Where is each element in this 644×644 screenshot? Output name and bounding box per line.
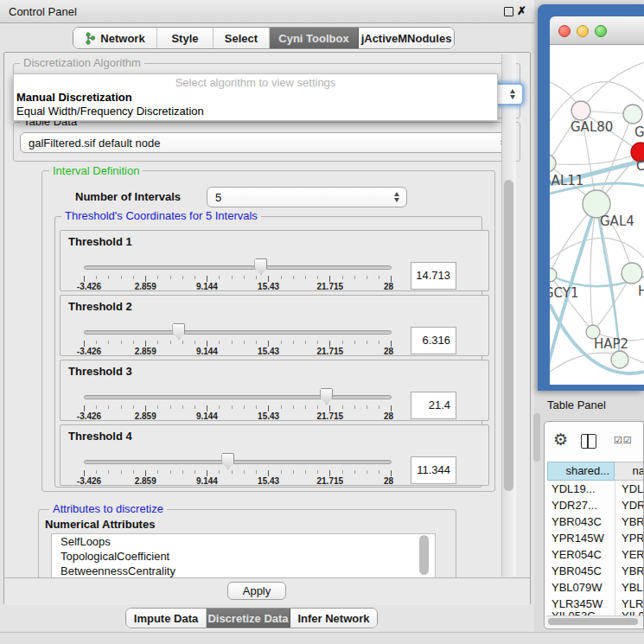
threshold-3-value-field[interactable]: 21.4 — [411, 392, 456, 419]
close-icon[interactable]: ✗ — [517, 4, 526, 17]
numerical-attributes-list[interactable]: SelfLoops TopologicalCoefficient Between… — [51, 533, 436, 578]
table-horizontal-scrollbar[interactable] — [546, 615, 643, 627]
threshold-1-value-field[interactable]: 14.713 — [411, 262, 456, 290]
threshold-coordinates-group-title: Threshold's Coordinates for 5 Intervals — [61, 209, 261, 222]
tab-network[interactable]: Network — [73, 28, 157, 48]
table-row[interactable]: YBR045CYBR0 — [547, 563, 644, 579]
tab-impute-data-label: Impute Data — [134, 612, 198, 625]
panel-scrollbar-thumb[interactable] — [504, 180, 513, 491]
tab-infer-network-label: Infer Network — [297, 612, 369, 625]
close-traffic-light-icon[interactable] — [558, 25, 571, 37]
table-row[interactable]: YER054CYER0 — [547, 546, 644, 563]
cyni-mode-tabs: Impute Data Discretize Data Infer Networ… — [125, 608, 378, 628]
number-of-intervals-combobox[interactable]: 5 — [207, 187, 407, 207]
node-label-gcy1: GCY1 — [550, 285, 579, 301]
slider-tick-labels: -3.426 2.859 9.144 15.43 21.715 28 — [84, 411, 392, 421]
tab-impute-data[interactable]: Impute Data — [126, 609, 207, 628]
table-horizontal-scrollbar-thumb[interactable] — [548, 618, 638, 625]
table-panel: ⚙ ☑☑ shared... na YDL19...YDL1 YDR27...Y… — [544, 421, 644, 629]
slider-knob[interactable] — [320, 388, 333, 405]
screen: Control Panel ✗ Network Style Select Cyn… — [0, 0, 644, 644]
threshold-1-row: Threshold 1 -3.426 2.859 9.144 15.43 — [60, 230, 489, 291]
slider-knob[interactable] — [172, 323, 185, 340]
threshold-3-row: Threshold 3 -3.426 2.859 9.144 15.43 — [60, 360, 489, 421]
slider-track[interactable] — [84, 460, 392, 464]
threshold-2-value-field[interactable]: 6.316 — [411, 327, 456, 354]
slider-minor-ticks — [84, 470, 392, 474]
network-icon — [85, 32, 96, 45]
slider-track[interactable] — [84, 330, 392, 335]
threshold-1-slider: -3.426 2.859 9.144 15.43 21.715 28 — [84, 231, 392, 292]
table-row[interactable]: YDR27...YDR2 — [547, 497, 644, 513]
discretization-algorithm-group-title: Discretization Algorithm — [20, 56, 144, 69]
node[interactable] — [623, 105, 642, 124]
slider-track[interactable] — [84, 265, 392, 270]
node-gcy1[interactable] — [550, 268, 557, 282]
table-row[interactable]: YDL19...YDL1 — [547, 481, 644, 497]
attributes-list-scrollbar[interactable] — [419, 535, 429, 575]
gear-icon[interactable]: ⚙ — [553, 430, 568, 450]
panel-scrollbar-track[interactable] — [501, 54, 516, 577]
node-gal80[interactable] — [571, 101, 590, 120]
combo-stepper-icon — [507, 89, 519, 99]
slider-knob[interactable] — [221, 453, 234, 469]
table-panel-scrollbar-thumb[interactable] — [533, 413, 540, 462]
tab-style[interactable]: Style — [157, 28, 214, 48]
node-label-partial-c: C — [636, 158, 644, 174]
tab-infer-network[interactable]: Infer Network — [290, 609, 377, 628]
control-panel-titlebar: Control Panel ✗ — [0, 0, 534, 23]
table-row[interactable]: YBL079WYBL0 — [547, 579, 644, 596]
column-layout-icon[interactable] — [581, 434, 596, 449]
node[interactable] — [622, 263, 642, 284]
threshold-4-value-field[interactable]: 11.344 — [411, 456, 456, 484]
slider-track[interactable] — [84, 395, 392, 399]
slider-knob[interactable] — [254, 258, 267, 275]
threshold-4-row: Threshold 4 -3.426 2.859 9.144 15.43 — [60, 424, 489, 486]
list-item[interactable]: BetweennessCentrality — [52, 564, 435, 578]
list-item[interactable]: SelfLoops — [52, 534, 435, 549]
status-bar — [0, 632, 644, 644]
scroll-viewport: Discretization Algorithm Select algorith… — [5, 54, 529, 578]
column-header-shared-name[interactable]: shared... — [547, 462, 615, 481]
control-panel-tabs: Network Style Select Cyni Toolbox jActiv… — [73, 27, 455, 49]
threshold-2-slider: -3.426 2.859 9.144 15.43 21.715 28 — [84, 296, 392, 357]
table-header-row: shared... na — [547, 462, 644, 481]
tab-discretize-data-label: Discretize Data — [207, 612, 288, 625]
threshold-2-row: Threshold 2 -3.426 2.859 9.144 15.43 — [60, 295, 489, 356]
select-columns-icon[interactable]: ☑☑ — [614, 435, 633, 446]
network-canvas[interactable]: GAL80 G C GAL11 GAL4 GCY1 H HAP2 — [550, 45, 644, 385]
tab-cyni-toolbox[interactable]: Cyni Toolbox — [270, 28, 359, 48]
numerical-attributes-label: Numerical Attributes — [42, 518, 157, 531]
float-window-icon[interactable] — [504, 7, 513, 16]
table-row[interactable]: YBR043CYBR0 — [547, 513, 644, 530]
threshold-3-slider: -3.426 2.859 9.144 15.43 21.715 28 — [84, 360, 392, 422]
control-panel-window: Control Panel ✗ Network Style Select Cyn… — [0, 0, 534, 644]
table-row[interactable]: YPR145WYPR1 — [547, 530, 644, 546]
list-item[interactable]: TopologicalCoefficient — [52, 549, 435, 564]
table-data-combobox[interactable]: galFiltered.sif default node — [20, 132, 513, 153]
tab-discretize-data[interactable]: Discretize Data — [207, 609, 290, 628]
apply-button[interactable]: Apply — [227, 582, 286, 600]
table-data-combobox-value: galFiltered.sif default node — [21, 137, 497, 150]
table-panel-title: Table Panel — [547, 399, 606, 411]
dropdown-option-equal-width-frequency[interactable]: Equal Width/Frequency Discretization — [16, 105, 204, 118]
column-header-name[interactable]: na — [615, 462, 644, 481]
minimize-traffic-light-icon[interactable] — [577, 25, 589, 37]
slider-minor-ticks — [84, 341, 392, 344]
node-label-gal80: GAL80 — [571, 119, 613, 135]
interval-definition-group: Interval Definition Number of Intervals … — [41, 170, 495, 492]
node-label-partial-g: G — [634, 124, 644, 140]
tab-style-label: Style — [171, 32, 198, 45]
tab-cyni-toolbox-label: Cyni Toolbox — [278, 32, 348, 45]
tab-select[interactable]: Select — [214, 28, 270, 48]
interval-definition-group-title: Interval Definition — [49, 164, 143, 177]
slider-tick-labels: -3.426 2.859 9.144 15.43 21.715 28 — [84, 347, 392, 356]
slider-minor-ticks — [84, 405, 392, 409]
number-of-intervals-label: Number of Intervals — [75, 190, 181, 203]
tab-jactivemnodules[interactable]: jActiveMNodules — [359, 28, 454, 48]
dropdown-option-manual-discretization[interactable]: Manual Discretization — [16, 91, 132, 104]
node[interactable] — [611, 351, 628, 368]
algorithm-dropdown-popup: Select algorithm to view settings Manual… — [13, 73, 498, 121]
zoom-traffic-light-icon[interactable] — [595, 25, 607, 37]
slider-tick-labels: -3.426 2.859 9.144 15.43 21.715 28 — [84, 476, 392, 486]
